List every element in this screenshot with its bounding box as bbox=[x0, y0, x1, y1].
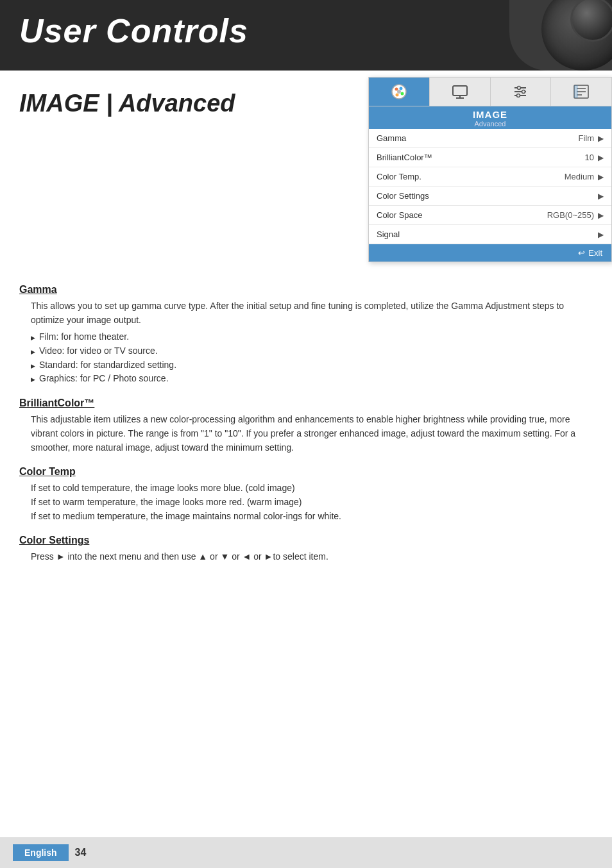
menu-row-brilliant[interactable]: BrilliantColor™ 10 ▶ bbox=[369, 148, 611, 167]
svg-point-1 bbox=[395, 88, 398, 91]
menu-header-sub: Advanced bbox=[369, 120, 611, 128]
menu-row-signal-value: ▶ bbox=[594, 230, 604, 239]
footer-page-number: 34 bbox=[75, 847, 87, 858]
menu-row-gamma-value: Film ▶ bbox=[578, 133, 604, 143]
menu-row-colorspace[interactable]: Color Space RGB(0~255) ▶ bbox=[369, 206, 611, 225]
header-decoration bbox=[509, 0, 612, 71]
menu-row-brilliant-arrow: ▶ bbox=[598, 153, 604, 162]
menu-row-signal-arrow: ▶ bbox=[598, 230, 604, 239]
section-colortemp: Color Temp If set to cold temperature, t… bbox=[19, 466, 593, 523]
gamma-bullet-2: Standard: for standardized setting. bbox=[31, 358, 593, 372]
exit-arrow-icon: ↩ bbox=[578, 248, 585, 258]
section-gamma-title: Gamma bbox=[19, 284, 593, 296]
svg-rect-6 bbox=[453, 86, 467, 96]
section-colortemp-p2: If set to warm temperature, the image lo… bbox=[31, 496, 593, 510]
gamma-bullet-3: Graphics: for PC / Photo source. bbox=[31, 372, 593, 386]
menu-row-colortemp-value: Medium ▶ bbox=[565, 172, 604, 181]
gamma-bullet-list: Film: for home theater. Video: for video… bbox=[31, 330, 593, 386]
section-brilliant: BrilliantColor™ This adjustable item uti… bbox=[19, 397, 593, 455]
main-content: IMAGE | Advanced bbox=[0, 71, 612, 601]
menu-row-colortemp-arrow: ▶ bbox=[598, 172, 604, 181]
svg-point-5 bbox=[397, 90, 401, 94]
menu-icon-display[interactable] bbox=[430, 78, 491, 106]
menu-icon-palette[interactable] bbox=[369, 78, 430, 106]
menu-row-signal-label: Signal bbox=[377, 230, 400, 239]
svg-point-11 bbox=[518, 87, 521, 90]
menu-row-gamma-arrow: ▶ bbox=[598, 134, 604, 143]
menu-row-signal[interactable]: Signal ▶ bbox=[369, 225, 611, 244]
gamma-bullet-0: Film: for home theater. bbox=[31, 330, 593, 344]
svg-point-3 bbox=[400, 92, 404, 96]
svg-rect-22 bbox=[574, 85, 578, 98]
menu-row-colorspace-label: Color Space bbox=[377, 210, 423, 220]
camera-lens bbox=[570, 0, 612, 42]
menu-footer[interactable]: ↩ Exit bbox=[369, 244, 611, 262]
menu-header: IMAGE Advanced bbox=[369, 106, 611, 129]
exit-button[interactable]: ↩ Exit bbox=[578, 248, 602, 258]
footer-language-badge: English bbox=[13, 844, 69, 861]
menu-icon-list[interactable] bbox=[551, 78, 611, 106]
page-header: User Controls bbox=[0, 0, 612, 71]
menu-panel: IMAGE Advanced Gamma Film ▶ BrilliantCol… bbox=[368, 77, 612, 262]
svg-point-17 bbox=[517, 94, 520, 97]
menu-row-colorsettings-arrow: ▶ bbox=[598, 192, 604, 201]
section-brilliant-title: BrilliantColor™ bbox=[19, 397, 593, 409]
gamma-bullet-1: Video: for video or TV source. bbox=[31, 344, 593, 358]
menu-row-colorspace-value: RGB(0~255) ▶ bbox=[547, 210, 604, 220]
section-colortemp-p1: If set to cold temperature, the image lo… bbox=[31, 481, 593, 496]
page-title: User Controls bbox=[19, 12, 593, 50]
section-colorsettings-title: Color Settings bbox=[19, 535, 593, 546]
page-footer: English 34 bbox=[0, 837, 612, 868]
section-brilliant-text: This adjustable item utilizes a new colo… bbox=[31, 413, 593, 455]
menu-row-brilliant-label: BrilliantColor™ bbox=[377, 153, 432, 162]
section-colortemp-title: Color Temp bbox=[19, 466, 593, 478]
menu-row-colortemp-label: Color Temp. bbox=[377, 172, 421, 181]
menu-row-colortemp[interactable]: Color Temp. Medium ▶ bbox=[369, 167, 611, 187]
svg-point-4 bbox=[395, 94, 398, 97]
menu-row-colorsettings-label: Color Settings bbox=[377, 191, 429, 201]
menu-row-brilliant-value: 10 ▶ bbox=[585, 153, 604, 162]
svg-point-2 bbox=[399, 87, 402, 90]
menu-row-gamma[interactable]: Gamma Film ▶ bbox=[369, 129, 611, 148]
menu-icon-bar bbox=[369, 78, 611, 106]
section-colorsettings: Color Settings Press ► into the next men… bbox=[19, 535, 593, 564]
content-body: Gamma This allows you to set up gamma cu… bbox=[19, 284, 593, 564]
section-gamma-text: This allows you to set up gamma curve ty… bbox=[31, 299, 593, 327]
exit-label: Exit bbox=[588, 248, 602, 258]
menu-row-colorsettings-value: ▶ bbox=[594, 192, 604, 201]
section-colorsettings-text: Press ► into the next menu and then use … bbox=[31, 550, 593, 564]
section-gamma: Gamma This allows you to set up gamma cu… bbox=[19, 284, 593, 386]
menu-icon-settings[interactable] bbox=[491, 78, 552, 106]
section-colortemp-p3: If set to medium temperature, the image … bbox=[31, 510, 593, 524]
camera-icon bbox=[541, 0, 612, 71]
menu-row-colorspace-arrow: ▶ bbox=[598, 211, 604, 220]
menu-header-title: IMAGE bbox=[369, 109, 611, 120]
menu-row-gamma-label: Gamma bbox=[377, 133, 406, 143]
svg-point-14 bbox=[522, 90, 525, 94]
menu-row-colorsettings[interactable]: Color Settings ▶ bbox=[369, 187, 611, 206]
